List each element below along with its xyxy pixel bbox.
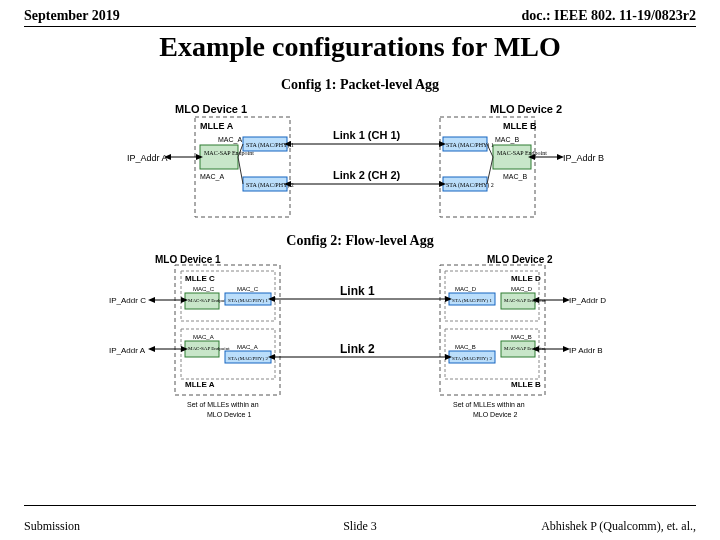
cfg2-macA-t: MAC_A <box>193 334 214 340</box>
cfg2-ipD: IP_Addr D <box>569 296 606 305</box>
cfg2-macB-t: MAC_B <box>511 334 532 340</box>
cfg1-mlleA: MLLE A <box>200 121 234 131</box>
footer-row: Submission Slide 3 Abhishek P (Qualcomm)… <box>24 519 696 534</box>
cfg2-set1-l1: Set of MLLEs within an <box>187 401 259 408</box>
cfg1-macB-bot: MAC_B <box>503 173 527 181</box>
cfg2-set2-l2: MLO Device 2 <box>473 411 517 418</box>
header-row: September 2019 doc.: IEEE 802. 11-19/082… <box>0 0 720 24</box>
svg-rect-8 <box>493 145 531 169</box>
cfg1-macA-bot: MAC_A <box>200 173 224 181</box>
footer-center: Slide 3 <box>24 519 696 534</box>
cfg2-mlleB: MLLE B <box>511 380 541 389</box>
cfg2-mlleC: MLLE C <box>185 274 215 283</box>
cfg2-mlleA: MLLE A <box>185 380 215 389</box>
cfg2-sapC: MAC-SAP Endpoint <box>188 298 230 303</box>
cfg1-dev2: MLO Device 2 <box>490 103 562 115</box>
cfg2-dev1: MLO Device 1 <box>155 255 221 265</box>
svg-rect-1 <box>200 145 238 169</box>
cfg1-sta2R: STA (MAC/PHY) 2 <box>446 182 494 189</box>
cfg2-sta1L: STA (MAC/PHY) 1 <box>228 298 268 303</box>
footer-rule <box>24 505 696 506</box>
svg-rect-25 <box>440 265 545 395</box>
config2-label: Config 2: Flow-level Agg <box>0 233 720 249</box>
cfg2-ipB: IP Addr B <box>569 346 603 355</box>
cfg1-sta1L: STA (MAC/PHY) 1 <box>246 142 294 149</box>
cfg2-macA-b: MAC_A <box>237 344 258 350</box>
config1-label: Config 1: Packet-level Agg <box>0 77 720 93</box>
cfg2-macD-b: MAC_D <box>455 286 477 292</box>
cfg2-macC-t: MAC_C <box>193 286 215 292</box>
cfg2-macD-t: MAC_D <box>511 286 533 292</box>
cfg2-sapA: MAC-SAP Endpoint <box>188 346 230 351</box>
config2-diagram: MLO Device 1 MLLE C MAC_C MAC-SAP Endpoi… <box>75 255 645 425</box>
cfg1-ipB: IP_Addr B <box>563 153 604 163</box>
header-rule <box>24 26 696 27</box>
cfg2-link2: Link 2 <box>340 342 375 356</box>
cfg1-dev1: MLO Device 1 <box>175 103 247 115</box>
cfg2-ipA: IP_Addr A <box>109 346 146 355</box>
cfg2-set1-l2: MLO Device 1 <box>207 411 251 418</box>
config1-diagram: MLO Device 1 MLLE A MAC_A MAC-SAP Endpoi… <box>105 99 615 229</box>
cfg2-link1: Link 1 <box>340 284 375 298</box>
cfg1-sta1R: STA (MAC/PHY) 1 <box>446 142 494 149</box>
cfg1-macA-top: MAC_A <box>218 136 242 144</box>
cfg1-link1: Link 1 (CH 1) <box>333 129 401 141</box>
cfg1-mlleB: MLLE B <box>503 121 537 131</box>
page-title: Example configurations for MLO <box>0 31 720 63</box>
cfg2-sta1R: STA (MAC/PHY) 1 <box>452 298 492 303</box>
cfg1-sta2L: STA (MAC/PHY) 2 <box>246 182 294 189</box>
cfg2-sta2L: STA (MAC/PHY) 2 <box>228 356 268 361</box>
header-doc: doc.: IEEE 802. 11-19/0823r2 <box>521 8 696 24</box>
svg-line-13 <box>487 157 493 184</box>
header-date: September 2019 <box>24 8 120 24</box>
cfg2-mlleD: MLLE D <box>511 274 541 283</box>
cfg1-ipA: IP_Addr A <box>127 153 168 163</box>
cfg2-macC-b: MAC_C <box>237 286 259 292</box>
svg-line-6 <box>238 157 243 184</box>
cfg2-ipC: IP_Addr C <box>109 296 146 305</box>
svg-rect-16 <box>175 265 280 395</box>
cfg2-dev2: MLO Device 2 <box>487 255 553 265</box>
cfg1-macB-top: MAC_B <box>495 136 519 144</box>
cfg2-sta2R: STA (MAC/PHY) 2 <box>452 356 492 361</box>
cfg1-sapB: MAC-SAP Endpoint <box>497 150 547 156</box>
cfg1-link2: Link 2 (CH 2) <box>333 169 401 181</box>
cfg2-macB-b: MAC_B <box>455 344 476 350</box>
cfg2-set2-l1: Set of MLLEs within an <box>453 401 525 408</box>
